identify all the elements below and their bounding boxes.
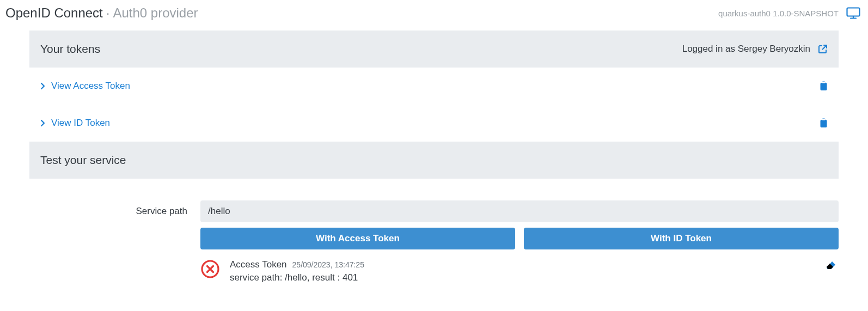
provider-name: Auth0 provider [113,5,198,21]
logged-in-user: Sergey Beryozkin [738,44,810,54]
logged-in-text: Logged in as Sergey Beryozkin [682,44,810,54]
app-version: quarkus-auth0 1.0.0-SNAPSHOT [718,9,839,18]
access-token-row: View Access Token [29,68,839,105]
view-id-token-label: View ID Token [51,118,110,129]
service-path-row: Service path [29,179,839,222]
clipboard-icon[interactable] [820,118,828,128]
logged-in-prefix: Logged in as [682,44,738,54]
with-id-token-button[interactable]: With ID Token [524,228,839,249]
title-group: OpenID Connect · Auth0 provider [5,5,198,21]
external-link-icon[interactable] [818,44,828,54]
svg-rect-4 [821,83,827,90]
service-panel-title: Test your service [40,154,126,167]
eraser-icon[interactable] [826,259,839,270]
logged-in-group: Logged in as Sergey Beryozkin [682,44,828,54]
chevron-right-icon [40,82,46,90]
title-separator: · [106,5,110,21]
top-bar: OpenID Connect · Auth0 provider quarkus-… [0,0,868,31]
chevron-right-icon [40,119,46,127]
with-access-token-button[interactable]: With Access Token [200,228,515,249]
svg-rect-7 [821,120,827,127]
result-timestamp: 25/09/2023, 13:47:25 [292,260,364,269]
svg-rect-9 [822,119,826,120]
service-path-input[interactable] [200,200,839,222]
tokens-panel-title: Your tokens [40,42,100,56]
page-title: OpenID Connect [5,5,103,21]
result-text-block: Access Token 25/09/2023, 13:47:25 servic… [230,259,364,283]
token-button-row: With Access Token With ID Token [29,222,839,249]
svg-line-3 [823,45,827,50]
result-title-line: Access Token 25/09/2023, 13:47:25 [230,259,364,270]
svg-rect-6 [822,82,826,83]
result-detail: service path: /hello, result : 401 [230,272,364,283]
view-access-token-label: View Access Token [51,81,130,92]
id-token-row: View ID Token [29,105,839,142]
view-access-token-link[interactable]: View Access Token [40,81,130,92]
result-row: Access Token 25/09/2023, 13:47:25 servic… [29,249,839,289]
service-path-label: Service path [29,206,187,217]
svg-rect-0 [847,8,860,16]
result-title: Access Token [230,259,287,270]
clipboard-icon[interactable] [820,81,828,91]
top-bar-right: quarkus-auth0 1.0.0-SNAPSHOT [718,7,860,19]
service-panel-header: Test your service [29,142,839,179]
view-id-token-link[interactable]: View ID Token [40,118,110,129]
result-left: Access Token 25/09/2023, 13:47:25 servic… [200,259,364,283]
monitor-icon[interactable] [846,7,860,19]
main-content: Your tokens Logged in as Sergey Beryozki… [0,31,868,289]
error-circle-x-icon [200,259,220,279]
tokens-panel-header: Your tokens Logged in as Sergey Beryozki… [29,31,839,68]
